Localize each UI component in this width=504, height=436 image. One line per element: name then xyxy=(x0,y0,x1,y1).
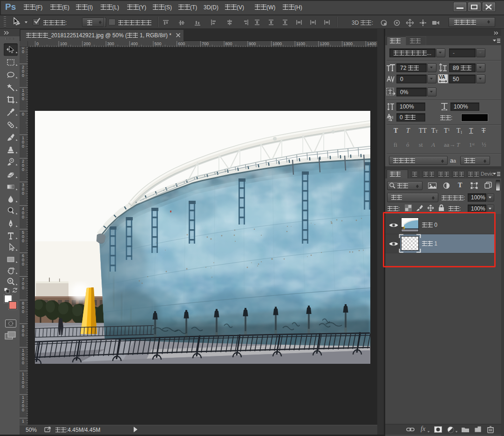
svg-text:0: 0 xyxy=(22,215,24,219)
svg-text:600: 600 xyxy=(178,41,185,46)
svg-text:800: 800 xyxy=(225,41,232,46)
svg-text:0: 0 xyxy=(22,384,24,389)
svg-text:1100: 1100 xyxy=(296,41,305,46)
svg-text:500: 500 xyxy=(155,41,162,46)
svg-text:400: 400 xyxy=(131,41,138,46)
svg-text:0: 0 xyxy=(22,167,24,172)
svg-text:0: 0 xyxy=(22,49,24,54)
svg-text:1400: 1400 xyxy=(367,41,376,46)
svg-text:0: 0 xyxy=(22,361,24,365)
svg-text:0: 0 xyxy=(22,191,24,196)
svg-text:0: 0 xyxy=(22,112,24,116)
svg-text:300: 300 xyxy=(107,41,114,46)
svg-text:0: 0 xyxy=(22,333,24,337)
svg-text:0: 0 xyxy=(36,41,39,46)
svg-text:1300: 1300 xyxy=(343,41,353,46)
svg-text:700: 700 xyxy=(202,41,209,46)
svg-text:100: 100 xyxy=(60,41,67,46)
svg-text:1000: 1000 xyxy=(272,41,282,46)
svg-text:0: 0 xyxy=(22,144,24,149)
svg-text:900: 900 xyxy=(249,41,256,46)
svg-text:0: 0 xyxy=(22,408,24,412)
svg-text:0: 0 xyxy=(22,262,24,266)
svg-text:0: 0 xyxy=(22,238,24,243)
svg-text:0: 0 xyxy=(22,286,24,290)
svg-text:200: 200 xyxy=(83,41,90,46)
svg-text:1200: 1200 xyxy=(320,41,329,46)
svg-text:1: 1 xyxy=(22,419,24,423)
svg-text:0: 0 xyxy=(22,96,24,101)
svg-text:0: 0 xyxy=(22,309,24,314)
svg-text:0: 0 xyxy=(22,73,24,78)
